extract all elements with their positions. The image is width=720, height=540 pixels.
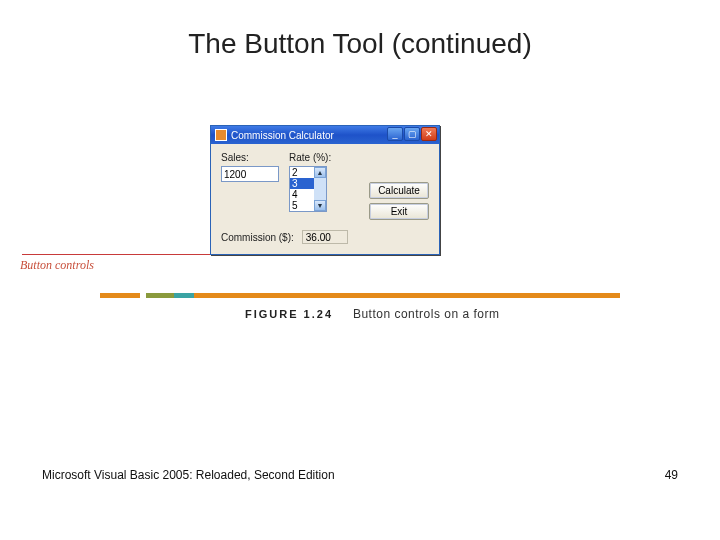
rule-segment xyxy=(174,293,194,298)
window-title: Commission Calculator xyxy=(231,130,334,141)
rule-segment xyxy=(100,293,140,298)
slide: The Button Tool (continued) Button contr… xyxy=(0,0,720,540)
rule-segment xyxy=(146,293,174,298)
input-row: Sales: Rate (%): 2 3 4 5 ▲ ▼ xyxy=(221,152,429,220)
figure-rule xyxy=(100,293,620,303)
window-client-area: Sales: Rate (%): 2 3 4 5 ▲ ▼ xyxy=(211,144,439,254)
figure-number: FIGURE 1.24 xyxy=(245,308,333,320)
page-number: 49 xyxy=(665,468,678,482)
action-buttons: Calculate Exit xyxy=(369,152,429,220)
minimize-button[interactable]: _ xyxy=(387,127,403,141)
window-buttons: _ ▢ ✕ xyxy=(387,127,437,141)
callout-button-controls: Button controls xyxy=(20,258,94,273)
rule-segment xyxy=(194,293,620,298)
scroll-down-icon[interactable]: ▼ xyxy=(314,200,326,211)
sales-label: Sales: xyxy=(221,152,279,163)
maximize-button[interactable]: ▢ xyxy=(404,127,420,141)
rate-listbox[interactable]: 2 3 4 5 ▲ ▼ xyxy=(289,166,327,212)
listbox-scrollbar[interactable]: ▲ ▼ xyxy=(314,167,326,211)
commission-calculator-window: Commission Calculator _ ▢ ✕ Sales: Rate … xyxy=(210,125,440,255)
output-row: Commission ($): 36.00 xyxy=(221,230,429,244)
window-titlebar[interactable]: Commission Calculator _ ▢ ✕ xyxy=(211,126,439,144)
slide-title: The Button Tool (continued) xyxy=(0,28,720,60)
sales-column: Sales: xyxy=(221,152,279,182)
rate-column: Rate (%): 2 3 4 5 ▲ ▼ xyxy=(289,152,331,212)
scroll-up-icon[interactable]: ▲ xyxy=(314,167,326,178)
figure-caption-text: Button controls on a form xyxy=(353,307,500,321)
sales-input[interactable] xyxy=(221,166,279,182)
figure-area: Button controls Commission Calculator _ … xyxy=(0,125,720,335)
calculate-button[interactable]: Calculate xyxy=(369,182,429,199)
exit-button[interactable]: Exit xyxy=(369,203,429,220)
figure-caption: FIGURE 1.24 Button controls on a form xyxy=(245,307,499,321)
app-icon xyxy=(215,129,227,141)
commission-label: Commission ($): xyxy=(221,232,294,243)
commission-output: 36.00 xyxy=(302,230,348,244)
close-button[interactable]: ✕ xyxy=(421,127,437,141)
footer-source: Microsoft Visual Basic 2005: Reloaded, S… xyxy=(42,468,335,482)
rate-label: Rate (%): xyxy=(289,152,331,163)
